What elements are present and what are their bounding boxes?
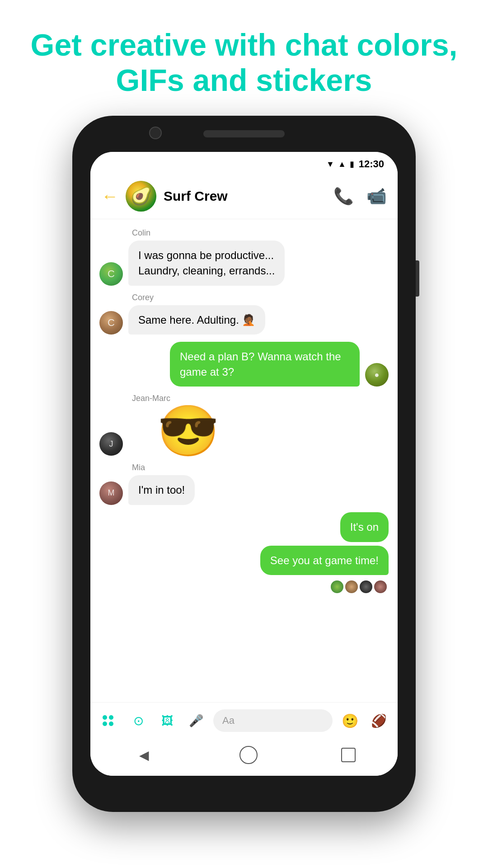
- football-icon: 🏈: [371, 713, 387, 728]
- message-row-colin: C I was gonna be productive...Laundry, c…: [99, 241, 389, 285]
- headline: Get creative with chat colors, GIFs and …: [27, 27, 461, 98]
- dots-button[interactable]: [98, 709, 121, 732]
- message-group-me1: Need a plan B? Wanna watch the game at 3…: [99, 342, 389, 387]
- football-button[interactable]: 🏈: [367, 709, 390, 732]
- avatar-colin: C: [99, 262, 123, 286]
- message-group-corey: Corey C Same here. Adulting. 🤦🏾: [99, 293, 389, 335]
- avatar-jean: J: [99, 432, 123, 456]
- dots-icon: [103, 715, 116, 726]
- bubble-colin: I was gonna be productive...Laundry, cle…: [128, 241, 285, 285]
- nav-back-button[interactable]: ◀: [132, 743, 156, 767]
- battery-icon: ▮: [350, 159, 354, 169]
- message-row-me2b: See you at game time!: [260, 546, 389, 576]
- messages-area: Colin C I was gonna be productive...Laun…: [90, 219, 398, 702]
- phone-wrapper: ▼ ▲ ▮ 12:30 ← 🥑 Surf Crew 📞: [72, 116, 416, 812]
- message-input[interactable]: Aa: [213, 709, 333, 732]
- read-receipt-1: [331, 580, 343, 593]
- sender-corey: Corey: [132, 293, 389, 302]
- status-icons: ▼ ▲ ▮: [326, 159, 354, 169]
- bubble-me2a: It's on: [340, 512, 389, 542]
- wifi-icon: ▼: [326, 160, 334, 169]
- header-actions: 📞 📹: [333, 187, 387, 206]
- nav-home-button[interactable]: [239, 746, 258, 764]
- signal-icon: ▲: [338, 160, 346, 169]
- read-receipt-4: [374, 580, 387, 593]
- status-bar: ▼ ▲ ▮ 12:30: [90, 152, 398, 174]
- home-nav-bar: ◀: [90, 739, 398, 776]
- bubble-corey: Same here. Adulting. 🤦🏾: [128, 305, 265, 335]
- avatar-corey: C: [99, 311, 123, 335]
- message-row-mia: M I'm in too!: [99, 475, 389, 505]
- page-header: Get creative with chat colors, GIFs and …: [0, 27, 488, 98]
- bubble-me1: Need a plan B? Wanna watch the game at 3…: [170, 342, 360, 387]
- message-group-me2: It's on See you at game time!: [99, 512, 389, 593]
- photo-icon: 🖼: [161, 714, 173, 728]
- status-time: 12:30: [359, 158, 384, 170]
- message-row-me2a: It's on: [340, 512, 389, 542]
- sticker-jean: 😎: [157, 406, 219, 456]
- avatar-mia: M: [99, 481, 123, 505]
- emoji-button[interactable]: 🙂: [338, 709, 361, 732]
- back-button[interactable]: ←: [101, 187, 118, 206]
- sender-mia: Mia: [132, 463, 389, 472]
- message-row-me1: Need a plan B? Wanna watch the game at 3…: [99, 342, 389, 387]
- bubble-mia: I'm in too!: [128, 475, 195, 505]
- sender-colin: Colin: [132, 228, 389, 238]
- camera-icon: ⊙: [133, 713, 144, 728]
- input-bar: ⊙ 🖼 🎤 Aa 🙂 🏈: [90, 702, 398, 739]
- phone-screen: ▼ ▲ ▮ 12:30 ← 🥑 Surf Crew 📞: [90, 152, 398, 776]
- mic-icon: 🎤: [189, 714, 203, 728]
- phone-side-button: [416, 260, 419, 297]
- input-placeholder: Aa: [222, 715, 235, 726]
- mic-button[interactable]: 🎤: [184, 709, 208, 732]
- read-receipts: [331, 580, 387, 593]
- group-avatar: 🥑: [126, 181, 156, 212]
- read-receipt-3: [360, 580, 372, 593]
- phone-camera: [149, 127, 162, 139]
- message-row-corey: C Same here. Adulting. 🤦🏾: [99, 305, 389, 335]
- message-row-jean: J 😎: [99, 406, 389, 456]
- nav-recent-button[interactable]: [341, 748, 356, 762]
- avatar-me: ●: [365, 363, 389, 387]
- chat-name: Surf Crew: [164, 189, 333, 204]
- emoji-icon: 🙂: [342, 713, 358, 729]
- message-group-colin: Colin C I was gonna be productive...Laun…: [99, 228, 389, 285]
- call-button[interactable]: 📞: [333, 187, 354, 206]
- phone-shell: ▼ ▲ ▮ 12:30 ← 🥑 Surf Crew 📞: [72, 116, 416, 812]
- phone-speaker: [203, 130, 285, 137]
- group-avatar-emoji: 🥑: [131, 186, 152, 206]
- read-receipt-2: [345, 580, 358, 593]
- camera-button[interactable]: ⊙: [127, 709, 150, 732]
- photo-button[interactable]: 🖼: [155, 709, 179, 732]
- sender-jean: Jean-Marc: [132, 394, 389, 403]
- bubble-me2b: See you at game time!: [260, 546, 389, 576]
- message-group-jean: Jean-Marc J 😎: [99, 394, 389, 456]
- message-group-mia: Mia M I'm in too!: [99, 463, 389, 505]
- chat-header: ← 🥑 Surf Crew 📞 📹: [90, 174, 398, 219]
- video-button[interactable]: 📹: [366, 187, 387, 206]
